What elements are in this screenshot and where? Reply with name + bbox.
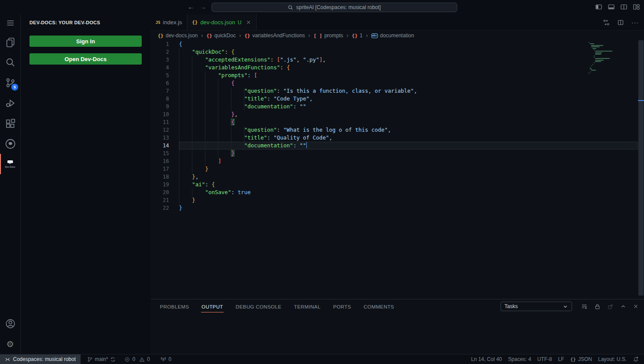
clear-output-icon[interactable] — [581, 303, 588, 310]
code-line-18[interactable]: 18 }, — [151, 173, 638, 181]
code-line-8[interactable]: 8 "title": "Code Type", — [151, 95, 638, 103]
more-actions-icon[interactable]: ··· — [631, 20, 639, 25]
minimap[interactable] — [589, 42, 628, 75]
sidebar-item-explorer[interactable] — [0, 32, 20, 52]
code-line-3[interactable]: 3 "acceptedExtensions": [".js", ".py"], — [151, 56, 638, 64]
open-output-in-editor-icon[interactable] — [607, 303, 614, 310]
code-line-15[interactable]: 15 } — [151, 150, 638, 157]
breadcrumb-separator: › — [347, 32, 348, 39]
breadcrumb-item-prompts[interactable]: [ ]prompts — [314, 32, 343, 39]
line-number: 13 — [151, 134, 179, 142]
code-line-10[interactable]: 10 }, — [151, 110, 638, 118]
close-panel-icon[interactable] — [633, 303, 639, 309]
code-line-21[interactable]: 21 } — [151, 196, 638, 204]
breadcrumb-item-1[interactable]: {}1 — [352, 32, 363, 39]
output-channel-select[interactable]: Tasks — [501, 302, 572, 311]
toggle-panel-icon[interactable] — [608, 3, 615, 10]
maximize-panel-icon[interactable] — [620, 303, 626, 309]
code-line-9[interactable]: 9 "documentation": "" — [151, 103, 638, 110]
code-line-5[interactable]: 5 "prompts": [ — [151, 72, 638, 79]
scm-changes-badge: 5 — [11, 84, 18, 91]
hamburger-icon — [6, 18, 15, 28]
git-branch-status[interactable]: main* — [84, 354, 119, 364]
notifications-bell[interactable] — [630, 354, 644, 364]
history-forward-icon[interactable]: → — [200, 3, 206, 11]
keyboard-layout[interactable]: Layout: U.S. — [595, 354, 630, 364]
breadcrumb-label: prompts — [324, 32, 343, 39]
code-line-14[interactable]: 14 "documentation": "" — [151, 142, 638, 150]
open-changes-icon[interactable] — [603, 19, 610, 26]
menu-button[interactable] — [0, 14, 20, 32]
code-line-4[interactable]: 4 "variablesAndFunctions": { — [151, 64, 638, 72]
search-icon — [288, 5, 293, 10]
problems-status[interactable]: 0 0 — [121, 354, 153, 364]
command-center-search[interactable]: spriteAI [Codespaces: musical robot] — [211, 3, 457, 12]
indentation[interactable]: Spaces: 4 — [505, 354, 534, 364]
tab-index-js[interactable]: JS index.js — [151, 14, 187, 30]
panel-tab-output[interactable]: OUTPUT — [201, 301, 224, 312]
scrollbar[interactable] — [638, 40, 644, 299]
lock-output-icon[interactable] — [594, 303, 601, 310]
line-number: 4 — [151, 64, 179, 72]
sidebar-item-search[interactable] — [0, 52, 20, 72]
breadcrumb-item-variablesAndFunctions[interactable]: {}variablesAndFunctions — [244, 32, 305, 39]
panel-tabs: PROBLEMSOUTPUTDEBUG CONSOLETERMINALPORTS… — [159, 301, 406, 312]
sidebar-item-extensions[interactable] — [0, 113, 20, 133]
code-line-13[interactable]: 13 "title": "Quality of Code", — [151, 134, 638, 142]
tab-dev-docs-json[interactable]: {} dev-docs.json U — [187, 14, 257, 30]
customize-layout-icon[interactable] — [633, 3, 640, 10]
line-number: 3 — [151, 56, 179, 64]
code-editor[interactable]: 1{2 "quickDoc": {3 "acceptedExtensions":… — [151, 40, 644, 299]
breadcrumb-item-dev-docs.json[interactable]: {}dev-docs.json — [158, 32, 198, 39]
panel-tab-problems[interactable]: PROBLEMS — [159, 301, 189, 312]
toggle-sidebar-icon[interactable] — [595, 3, 602, 10]
toggle-secondary-sidebar-icon[interactable] — [620, 3, 628, 10]
sidebar-item-dev-docs[interactable]: Dev-Docs — [0, 154, 20, 174]
panel-tab-ports[interactable]: PORTS — [333, 301, 351, 312]
split-editor-icon[interactable] — [617, 19, 624, 26]
sidebar-item-github[interactable] — [0, 133, 20, 154]
cursor-position[interactable]: Ln 14, Col 40 — [468, 354, 505, 364]
remote-indicator[interactable]: Codespaces: musical robot — [0, 354, 81, 364]
line-number: 11 — [151, 118, 179, 126]
panel-content — [151, 313, 644, 354]
sidebar-item-source-control[interactable]: 5 — [0, 72, 20, 93]
panel-tab-debug-console[interactable]: DEBUG CONSOLE — [235, 301, 282, 312]
settings-button[interactable]: ⚙ — [0, 334, 20, 354]
code-line-7[interactable]: 7 "question": "Is this a function, class… — [151, 87, 638, 95]
sidebar-item-run-debug[interactable] — [0, 93, 20, 113]
code-line-17[interactable]: 17 } — [151, 165, 638, 173]
code-line-12[interactable]: 12 "question": "What is the log o of thi… — [151, 126, 638, 134]
branch-label: main* — [95, 356, 108, 362]
breadcrumb: {}dev-docs.json›{}quickDoc›{}variablesAn… — [151, 31, 644, 40]
encoding[interactable]: UTF-8 — [534, 354, 555, 364]
open-dev-docs-button[interactable]: Open Dev-Docs — [29, 53, 142, 65]
scrollbar-slider[interactable] — [638, 40, 644, 296]
code-line-16[interactable]: 16 ] — [151, 157, 638, 165]
chevron-down-icon — [563, 304, 568, 309]
line-number: 1 — [151, 40, 179, 48]
panel-tab-terminal[interactable]: TERMINAL — [293, 301, 321, 312]
forwarded-ports[interactable]: 0 — [157, 354, 175, 364]
code-line-1[interactable]: 1{ — [151, 40, 638, 48]
remote-icon — [5, 357, 10, 362]
history-back-icon[interactable]: ← — [188, 3, 194, 11]
code-line-22[interactable]: 22} — [151, 204, 638, 212]
warnings-icon — [139, 357, 145, 362]
breadcrumb-item-quickDoc[interactable]: {}quickDoc — [206, 32, 236, 39]
breadcrumb-separator: › — [309, 32, 310, 39]
accounts-button[interactable] — [0, 313, 20, 334]
breadcrumb-item-documentation[interactable]: abcdocumentation — [371, 32, 414, 39]
symbol-object-icon: {} — [158, 33, 163, 39]
code-line-2[interactable]: 2 "quickDoc": { — [151, 48, 638, 56]
panel-tab-comments[interactable]: COMMENTS — [363, 301, 394, 312]
code-line-19[interactable]: 19 "ai": { — [151, 181, 638, 188]
eol-sequence[interactable]: LF — [555, 354, 567, 364]
code-line-6[interactable]: 6 { — [151, 79, 638, 87]
tab-label: dev-docs.json — [200, 19, 235, 26]
sign-in-button[interactable]: Sign In — [29, 36, 142, 47]
language-mode[interactable]: {} JSON — [567, 354, 595, 364]
code-line-20[interactable]: 20 "onSave": true — [151, 188, 638, 196]
code-line-11[interactable]: 11 { — [151, 118, 638, 126]
close-tab-icon[interactable] — [246, 20, 251, 25]
